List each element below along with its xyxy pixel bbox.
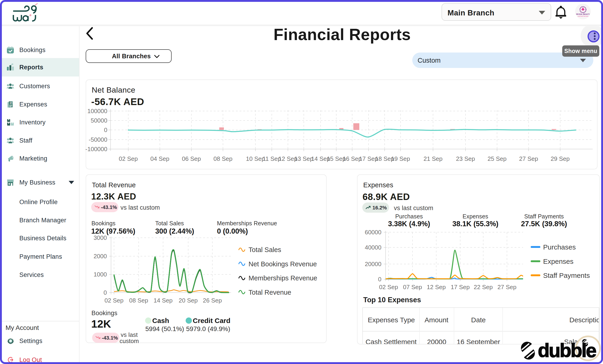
svg-text:REVEAL BEAUTY: REVEAL BEAUTY xyxy=(576,13,590,15)
svg-text:02 Sep: 02 Sep xyxy=(104,297,123,304)
svg-text:50000: 50000 xyxy=(91,117,107,124)
svg-text:dubble: dubble xyxy=(538,340,596,361)
svg-text:17 Sep: 17 Sep xyxy=(451,284,470,291)
svg-text:13 Sep: 13 Sep xyxy=(294,155,313,162)
svg-text:0: 0 xyxy=(378,276,382,283)
svg-text:40000: 40000 xyxy=(365,244,382,251)
svg-text:27 Sep: 27 Sep xyxy=(498,284,516,291)
svg-text:0: 0 xyxy=(104,289,107,296)
svg-text:20 Sep: 20 Sep xyxy=(179,297,198,304)
svg-text:04 Sep: 04 Sep xyxy=(151,155,169,162)
svg-text:22 Sep: 22 Sep xyxy=(474,284,493,291)
svg-text:60000: 60000 xyxy=(365,229,382,236)
svg-text:19 Sep: 19 Sep xyxy=(391,155,410,162)
svg-text:1000: 1000 xyxy=(93,271,107,278)
svg-text:27 Sep: 27 Sep xyxy=(519,155,538,162)
svg-text:-100000: -100000 xyxy=(85,146,107,153)
svg-text:08 Sep: 08 Sep xyxy=(129,297,148,304)
svg-text:21 Sep: 21 Sep xyxy=(424,155,442,162)
svg-text:29 Sep: 29 Sep xyxy=(551,155,570,162)
svg-text:08 Sep: 08 Sep xyxy=(213,155,232,162)
svg-text:2000: 2000 xyxy=(93,253,107,260)
svg-text:100000: 100000 xyxy=(87,108,107,115)
svg-text:06 Sep: 06 Sep xyxy=(182,155,201,162)
svg-text:20000: 20000 xyxy=(365,260,382,268)
svg-text:12 Sep: 12 Sep xyxy=(427,284,446,291)
svg-text:$: $ xyxy=(10,102,12,104)
svg-text:02 Sep: 02 Sep xyxy=(379,284,398,291)
svg-text:10 Sep: 10 Sep xyxy=(246,155,265,162)
svg-text:3000: 3000 xyxy=(93,234,107,241)
svg-text:-50000: -50000 xyxy=(89,136,107,143)
svg-text:02 Sep: 02 Sep xyxy=(119,155,138,162)
svg-text:0: 0 xyxy=(104,127,107,133)
svg-text:14 Sep: 14 Sep xyxy=(154,297,173,304)
svg-text:Look Good, Feel Good: Look Good, Feel Good xyxy=(578,16,588,17)
svg-text:26 Sep: 26 Sep xyxy=(203,297,222,304)
svg-text:25 Sep: 25 Sep xyxy=(487,155,507,162)
svg-text:07 Sep: 07 Sep xyxy=(403,284,422,291)
svg-text:23 Sep: 23 Sep xyxy=(456,155,475,162)
